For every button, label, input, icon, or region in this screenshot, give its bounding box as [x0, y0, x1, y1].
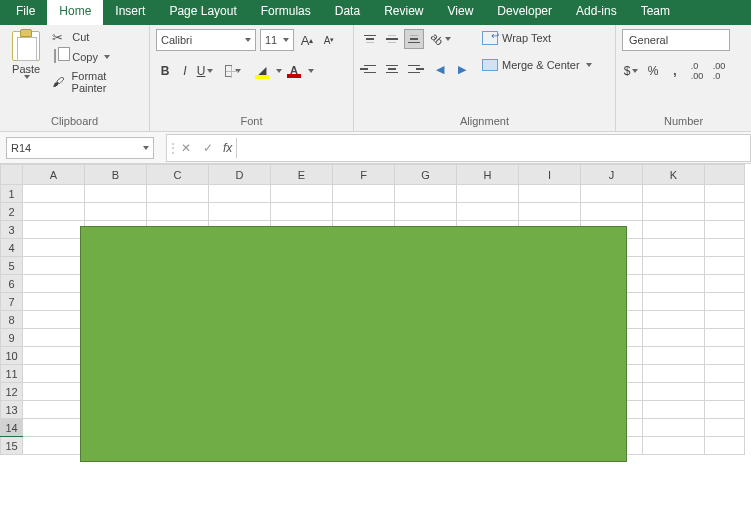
comma-format-button[interactable]: , — [666, 61, 684, 81]
row-header[interactable]: 12 — [1, 383, 23, 401]
cell[interactable] — [643, 275, 705, 293]
align-right-button[interactable] — [404, 59, 424, 79]
row-header[interactable]: 15 — [1, 437, 23, 455]
cell[interactable] — [643, 257, 705, 275]
align-center-button[interactable] — [382, 59, 402, 79]
rectangle-shape[interactable] — [80, 226, 627, 462]
tab-addins[interactable]: Add-ins — [564, 0, 629, 25]
tab-file[interactable]: File — [4, 0, 47, 25]
bold-button[interactable]: B — [156, 61, 174, 81]
cell[interactable] — [705, 311, 745, 329]
col-header[interactable]: I — [519, 165, 581, 185]
col-header[interactable]: J — [581, 165, 643, 185]
cell[interactable] — [643, 239, 705, 257]
cell[interactable] — [643, 419, 705, 437]
cell[interactable] — [643, 185, 705, 203]
cell[interactable] — [23, 203, 85, 221]
row-header[interactable]: 3 — [1, 221, 23, 239]
row-header[interactable]: 4 — [1, 239, 23, 257]
cell[interactable] — [705, 329, 745, 347]
cell[interactable] — [209, 185, 271, 203]
cell[interactable] — [23, 311, 85, 329]
font-size-select[interactable]: 11 — [260, 29, 294, 51]
borders-button[interactable] — [224, 61, 242, 81]
tab-insert[interactable]: Insert — [103, 0, 157, 25]
cell[interactable] — [643, 329, 705, 347]
orientation-button[interactable]: ab — [430, 29, 452, 49]
cell[interactable] — [209, 203, 271, 221]
cell[interactable] — [23, 329, 85, 347]
cell[interactable] — [23, 221, 85, 239]
cell[interactable] — [643, 221, 705, 239]
decrease-font-button[interactable]: A▾ — [320, 30, 338, 50]
cell[interactable] — [457, 185, 519, 203]
font-color-button[interactable]: A — [284, 64, 304, 78]
cell[interactable] — [705, 185, 745, 203]
cell[interactable] — [705, 203, 745, 221]
col-header[interactable]: H — [457, 165, 519, 185]
row-header[interactable]: 8 — [1, 311, 23, 329]
increase-indent-button[interactable]: ▶ — [452, 59, 472, 79]
row-header[interactable]: 2 — [1, 203, 23, 221]
tab-review[interactable]: Review — [372, 0, 435, 25]
cell[interactable] — [705, 401, 745, 419]
row-header[interactable]: 11 — [1, 365, 23, 383]
cell[interactable] — [85, 203, 147, 221]
cell[interactable] — [705, 419, 745, 437]
cell[interactable] — [705, 275, 745, 293]
col-header[interactable]: B — [85, 165, 147, 185]
cell[interactable] — [147, 203, 209, 221]
col-header[interactable]: C — [147, 165, 209, 185]
cell[interactable] — [23, 185, 85, 203]
cell[interactable] — [581, 185, 643, 203]
cell[interactable] — [581, 203, 643, 221]
select-all-corner[interactable] — [1, 165, 23, 185]
align-top-button[interactable] — [360, 29, 380, 49]
tab-developer[interactable]: Developer — [485, 0, 564, 25]
italic-button[interactable]: I — [176, 61, 194, 81]
cell[interactable] — [705, 383, 745, 401]
cell[interactable] — [705, 239, 745, 257]
cell[interactable] — [705, 221, 745, 239]
accounting-format-button[interactable]: $ — [622, 61, 640, 81]
cell[interactable] — [643, 347, 705, 365]
align-left-button[interactable] — [360, 59, 380, 79]
tab-formulas[interactable]: Formulas — [249, 0, 323, 25]
fill-color-button[interactable]: ◢ — [252, 64, 272, 79]
cell[interactable] — [23, 437, 85, 455]
cell[interactable] — [705, 437, 745, 455]
cell[interactable] — [519, 185, 581, 203]
cell[interactable] — [643, 437, 705, 455]
row-header[interactable]: 9 — [1, 329, 23, 347]
cell[interactable] — [705, 365, 745, 383]
cell[interactable] — [23, 401, 85, 419]
cell[interactable] — [643, 365, 705, 383]
cell[interactable] — [23, 365, 85, 383]
chevron-down-icon[interactable] — [308, 69, 314, 73]
col-header[interactable]: G — [395, 165, 457, 185]
row-header[interactable]: 5 — [1, 257, 23, 275]
merge-center-button[interactable]: Merge & Center — [480, 57, 594, 73]
cell[interactable] — [85, 185, 147, 203]
paste-button[interactable]: Paste — [6, 29, 46, 79]
cell[interactable] — [147, 185, 209, 203]
cell[interactable] — [23, 257, 85, 275]
col-header[interactable]: F — [333, 165, 395, 185]
row-header[interactable]: 6 — [1, 275, 23, 293]
cut-button[interactable]: Cut — [50, 29, 143, 45]
fx-icon[interactable]: fx — [223, 141, 232, 155]
underline-button[interactable]: U — [196, 61, 214, 81]
cell[interactable] — [395, 185, 457, 203]
cell[interactable] — [457, 203, 519, 221]
decrease-indent-button[interactable]: ◀ — [430, 59, 450, 79]
col-header[interactable] — [705, 165, 745, 185]
font-name-select[interactable]: Calibri — [156, 29, 256, 51]
tab-view[interactable]: View — [436, 0, 486, 25]
cell[interactable] — [643, 383, 705, 401]
cell[interactable] — [23, 383, 85, 401]
cell[interactable] — [333, 203, 395, 221]
name-box[interactable]: R14 — [6, 137, 154, 159]
cell[interactable] — [23, 275, 85, 293]
format-painter-button[interactable]: Format Painter — [50, 69, 143, 95]
increase-font-button[interactable]: A▴ — [298, 30, 316, 50]
